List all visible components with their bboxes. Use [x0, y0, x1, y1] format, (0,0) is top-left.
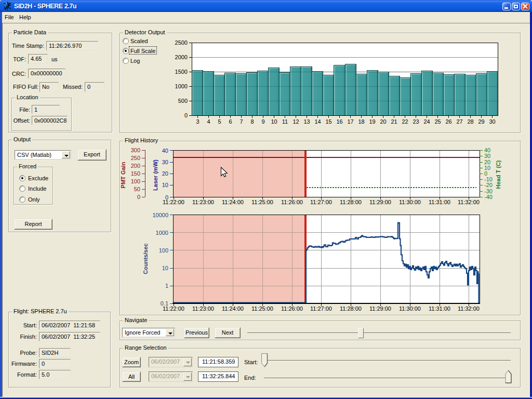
svg-text:13: 13	[303, 118, 310, 125]
svg-text:11:26:00: 11:26:00	[281, 199, 303, 205]
svg-text:11:30:00: 11:30:00	[399, 199, 421, 205]
svg-text:30: 30	[489, 118, 495, 125]
svg-text:30: 30	[162, 159, 168, 165]
svg-text:10: 10	[271, 118, 277, 125]
svg-text:10: 10	[162, 182, 168, 188]
svg-text:Laser (mW): Laser (mW)	[152, 159, 158, 191]
svg-text:11:22:00: 11:22:00	[163, 305, 184, 312]
svg-text:24: 24	[423, 118, 430, 125]
svg-text:15: 15	[325, 118, 331, 125]
svg-text:23: 23	[413, 118, 419, 125]
svg-text:11:22:00: 11:22:00	[163, 199, 184, 205]
svg-text:5: 5	[218, 118, 221, 125]
svg-text:PMT Gain: PMT Gain	[120, 162, 126, 188]
svg-text:11:32:00: 11:32:00	[458, 199, 480, 205]
svg-text:300: 300	[131, 147, 140, 153]
svg-text:100: 100	[159, 247, 168, 254]
svg-text:29: 29	[478, 118, 484, 125]
svg-text:25: 25	[434, 118, 441, 125]
svg-text:22: 22	[402, 118, 408, 125]
svg-text:30: 30	[484, 153, 490, 159]
svg-text:11:28:00: 11:28:00	[340, 305, 362, 312]
svg-text:11:24:00: 11:24:00	[222, 305, 244, 312]
svg-text:26: 26	[445, 118, 451, 125]
svg-text:11: 11	[282, 118, 288, 125]
svg-text:1: 1	[165, 283, 168, 289]
svg-text:11:29:00: 11:29:00	[369, 305, 391, 312]
svg-text:4: 4	[207, 118, 210, 125]
svg-text:500: 500	[178, 98, 188, 104]
svg-text:11:29:00: 11:29:00	[369, 199, 391, 205]
svg-text:11:23:00: 11:23:00	[192, 199, 214, 205]
svg-text:1000: 1000	[175, 83, 188, 89]
svg-text:11:30:00: 11:30:00	[399, 305, 421, 312]
svg-text:3: 3	[196, 118, 199, 125]
svg-text:20: 20	[162, 170, 168, 177]
svg-text:Counts/sec: Counts/sec	[142, 243, 149, 274]
svg-text:27: 27	[456, 118, 462, 125]
svg-text:-40: -40	[484, 194, 493, 200]
svg-text:17: 17	[347, 118, 353, 125]
svg-text:Head T (C): Head T (C)	[495, 160, 501, 189]
svg-text:7: 7	[240, 118, 243, 125]
svg-text:19: 19	[369, 118, 375, 125]
svg-text:150: 150	[131, 170, 140, 177]
svg-text:9: 9	[261, 118, 264, 125]
svg-text:11:25:00: 11:25:00	[251, 305, 273, 312]
svg-text:2000: 2000	[175, 54, 188, 60]
svg-text:0: 0	[137, 194, 140, 200]
svg-text:200: 200	[131, 163, 140, 169]
svg-text:11:27:00: 11:27:00	[310, 199, 332, 205]
svg-text:8: 8	[250, 118, 254, 125]
svg-text:100: 100	[131, 178, 140, 184]
svg-text:11:31:00: 11:31:00	[429, 305, 450, 312]
svg-text:11:25:00: 11:25:00	[251, 199, 273, 205]
svg-text:11:24:00: 11:24:00	[222, 199, 244, 205]
svg-text:11:31:00: 11:31:00	[429, 199, 450, 205]
svg-text:50: 50	[134, 186, 140, 192]
svg-text:20: 20	[380, 118, 386, 125]
svg-text:14: 14	[314, 118, 321, 125]
svg-text:16: 16	[336, 118, 342, 125]
svg-text:11:23:00: 11:23:00	[192, 305, 214, 312]
svg-text:0: 0	[184, 112, 188, 118]
svg-text:10: 10	[162, 265, 168, 271]
svg-text:10000: 10000	[152, 212, 168, 218]
svg-text:-20: -20	[484, 182, 493, 188]
svg-text:40: 40	[162, 148, 168, 154]
svg-text:1000: 1000	[156, 230, 168, 236]
svg-text:12: 12	[292, 118, 299, 125]
svg-text:28: 28	[467, 118, 473, 125]
svg-text:21: 21	[391, 118, 397, 125]
svg-text:6: 6	[229, 118, 232, 125]
svg-text:2500: 2500	[175, 39, 188, 46]
svg-text:1500: 1500	[175, 69, 188, 75]
svg-text:18: 18	[358, 118, 364, 125]
svg-text:11:32:00: 11:32:00	[458, 305, 480, 312]
svg-text:11:26:00: 11:26:00	[281, 305, 303, 312]
svg-text:11:27:00: 11:27:00	[310, 305, 332, 312]
svg-text:11:28:00: 11:28:00	[340, 199, 362, 205]
svg-text:250: 250	[131, 155, 140, 161]
